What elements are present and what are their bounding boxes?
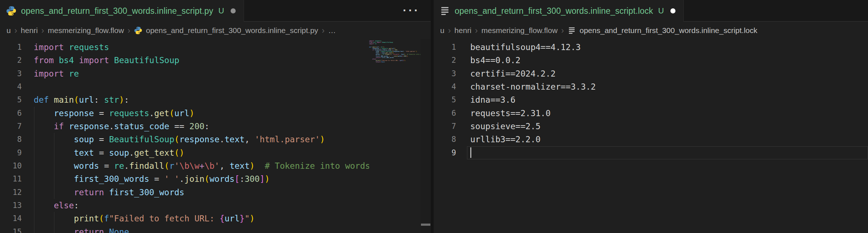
breadcrumb-separator-icon: › xyxy=(561,26,564,36)
indent-guide xyxy=(54,133,54,146)
breadcrumb-item[interactable]: henri xyxy=(21,26,38,35)
code-line[interactable]: 11 first_300_words = ' '.join(words[:300… xyxy=(0,172,431,185)
line-number: 9 xyxy=(434,146,456,159)
tab-label: opens_and_return_first_300_words.inline_… xyxy=(455,6,653,16)
line-number: 1 xyxy=(0,41,22,54)
scrollbar-track[interactable] xyxy=(421,39,431,233)
python-icon xyxy=(6,5,17,16)
breadcrumb-item[interactable]: mesmerizing_flow.flow xyxy=(48,26,124,35)
indent-guide xyxy=(34,199,34,212)
dirty-indicator[interactable] xyxy=(231,8,236,13)
indent-guide xyxy=(34,107,34,120)
line-number: 1 xyxy=(434,41,456,54)
breadcrumb-item[interactable]: opens_and_return_first_300_words.inline_… xyxy=(134,26,318,35)
code-line[interactable]: 4charset-normalizer==3.3.2 xyxy=(434,80,868,93)
code-line[interactable]: 8urllib3==2.2.0 xyxy=(434,133,868,146)
code-line[interactable]: 14 print(f"Failed to fetch URL: {url}") xyxy=(0,212,431,225)
breadcrumb-label: henri xyxy=(454,26,471,35)
code-editor[interactable]: 1import requests2from bs4 import Beautif… xyxy=(0,39,431,233)
breadcrumb-separator-icon: › xyxy=(448,26,451,36)
line-number: 9 xyxy=(0,146,22,159)
code-line[interactable]: 6requests==2.31.0 xyxy=(434,107,868,120)
scrollbar-thumb[interactable] xyxy=(421,224,430,226)
code-line[interactable]: 1beautifulsoup4==4.12.3 xyxy=(434,41,868,54)
indent-guide xyxy=(54,172,54,185)
code-line[interactable]: 12 return first_300_words xyxy=(0,186,431,199)
code-line[interactable]: 9 xyxy=(434,146,868,159)
line-number: 7 xyxy=(434,120,456,133)
minimap[interactable]: import requestsfrom bs4 import Beautiful… xyxy=(369,39,421,233)
text-cursor xyxy=(470,147,471,158)
indent-guide xyxy=(34,186,34,199)
breadcrumb: u›henri›mesmerizing_flow.flow›opens_and_… xyxy=(434,22,868,39)
line-number: 6 xyxy=(434,107,456,120)
code-line[interactable]: 3import re xyxy=(0,67,431,80)
git-status-badge: U xyxy=(658,6,664,16)
tab-bar-left: opens_and_return_first_300_words.inline_… xyxy=(0,0,431,22)
breadcrumb-label: mesmerizing_flow.flow xyxy=(48,26,124,35)
line-number: 6 xyxy=(0,107,22,120)
code-line[interactable]: 4 xyxy=(0,80,431,93)
breadcrumb-item[interactable]: u xyxy=(7,26,11,35)
breadcrumb-separator-icon: › xyxy=(41,26,44,36)
code-text: beautifulsoup4==4.12.3 xyxy=(470,41,868,54)
indent-guide xyxy=(54,225,54,233)
code-text xyxy=(470,146,868,159)
breadcrumb-label: opens_and_return_first_300_words.inline_… xyxy=(579,26,757,35)
line-number: 3 xyxy=(0,67,22,80)
tab-bar-right: opens_and_return_first_300_words.inline_… xyxy=(434,0,868,22)
breadcrumb-label: u xyxy=(440,26,445,35)
more-actions-icon[interactable]: ··· xyxy=(403,4,420,16)
code-line[interactable]: 10 words = re.findall(r'\b\w+\b', text) … xyxy=(0,159,431,172)
code-text: certifi==2024.2.2 xyxy=(470,67,868,80)
dirty-indicator[interactable] xyxy=(670,8,675,13)
code-line[interactable]: 3certifi==2024.2.2 xyxy=(434,67,868,80)
line-number: 5 xyxy=(0,93,22,106)
breadcrumb-separator-icon: › xyxy=(128,26,131,36)
pane-divider-sash[interactable] xyxy=(431,0,434,233)
code-line[interactable]: 2bs4==0.0.2 xyxy=(434,54,868,67)
indent-guide xyxy=(54,146,54,159)
indent-guide xyxy=(54,159,54,172)
tab-python-script[interactable]: opens_and_return_first_300_words.inline_… xyxy=(0,0,244,22)
code-line[interactable]: 1import requests xyxy=(0,41,431,54)
breadcrumb-label: … xyxy=(328,26,336,35)
indent-guide xyxy=(54,212,54,225)
line-number: 15 xyxy=(0,225,22,233)
breadcrumb-label: henri xyxy=(21,26,38,35)
indent-guide xyxy=(34,133,34,146)
tab-label: opens_and_return_first_300_words.inline_… xyxy=(21,6,213,16)
line-number: 14 xyxy=(0,212,22,225)
code-line[interactable]: 6 response = requests.get(url) xyxy=(0,107,431,120)
code-line[interactable]: 9 text = soup.get_text() xyxy=(0,146,431,159)
code-text: idna==3.6 xyxy=(470,93,868,106)
breadcrumb-item[interactable]: opens_and_return_first_300_words.inline_… xyxy=(567,26,757,35)
code-line[interactable]: 8 soup = BeautifulSoup(response.text, 'h… xyxy=(0,133,431,146)
code-line[interactable]: 13 else: xyxy=(0,199,431,212)
breadcrumb-item[interactable]: … xyxy=(328,26,336,35)
code-text: requests==2.31.0 xyxy=(470,107,868,120)
code-lines: 1beautifulsoup4==4.12.32bs4==0.0.23certi… xyxy=(434,41,868,159)
breadcrumb-item[interactable]: mesmerizing_flow.flow xyxy=(481,26,558,35)
code-line[interactable]: 5def main(url: str): xyxy=(0,93,431,106)
lock-file-icon xyxy=(567,26,576,35)
code-line[interactable]: 2from bs4 import BeautifulSoup xyxy=(0,54,431,67)
indent-guide xyxy=(34,146,34,159)
breadcrumb-item[interactable]: henri xyxy=(454,26,471,35)
code-line[interactable]: 15 return None xyxy=(0,225,431,233)
code-text: urllib3==2.2.0 xyxy=(470,133,868,146)
indent-guide xyxy=(54,186,54,199)
code-line[interactable]: 5idna==3.6 xyxy=(434,93,868,106)
line-number: 10 xyxy=(0,159,22,172)
breadcrumb-item[interactable]: u xyxy=(440,26,445,35)
code-editor[interactable]: 1beautifulsoup4==4.12.32bs4==0.0.23certi… xyxy=(434,39,868,233)
tab-lock-file[interactable]: opens_and_return_first_300_words.inline_… xyxy=(434,0,684,22)
editor-groups: opens_and_return_first_300_words.inline_… xyxy=(0,0,868,233)
line-number: 4 xyxy=(434,80,456,93)
indent-guide xyxy=(34,172,34,185)
code-line[interactable]: 7soupsieve==2.5 xyxy=(434,120,868,133)
breadcrumb: u›henri›mesmerizing_flow.flow›opens_and_… xyxy=(0,22,431,39)
code-line[interactable]: 7 if response.status_code == 200: xyxy=(0,120,431,133)
editor-group-left: opens_and_return_first_300_words.inline_… xyxy=(0,0,431,233)
breadcrumb-label: u xyxy=(7,26,11,35)
